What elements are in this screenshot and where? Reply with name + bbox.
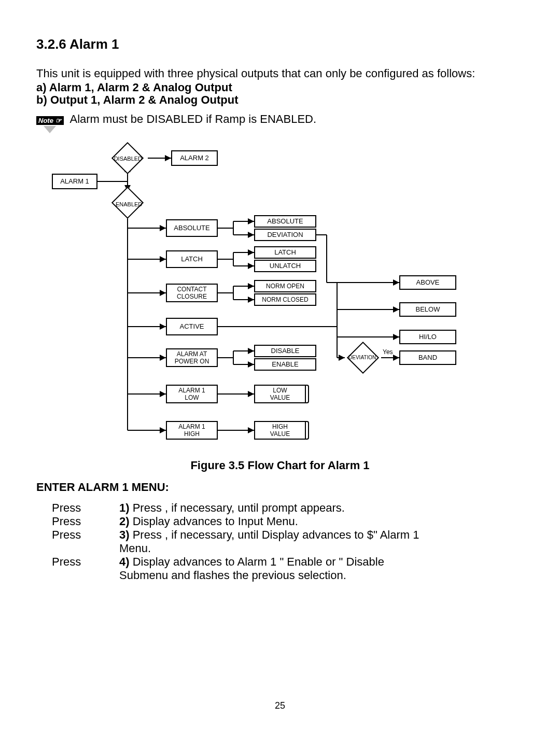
step-3a: Press , if necessary, until Display adva… bbox=[133, 528, 419, 541]
node-high-value: HIGHVALUE bbox=[254, 421, 306, 440]
intro-text: This unit is equipped with three physica… bbox=[36, 67, 524, 80]
node-alarm1-low: ALARM 1LOW bbox=[166, 385, 218, 403]
node-enabled: ENABLED bbox=[111, 187, 144, 219]
node-above: ABOVE bbox=[399, 275, 456, 290]
page-container: 3.2.6 Alarm 1 This unit is equipped with… bbox=[0, 0, 560, 732]
node-norm-open: NORM OPEN bbox=[254, 280, 316, 292]
node-absolute2: ABSOLUTE bbox=[254, 215, 316, 228]
figure-caption: Figure 3.5 Flow Chart for Alarm 1 bbox=[36, 459, 524, 472]
option-b: b) Output 1, Alarm 2 & Analog Output bbox=[36, 94, 524, 106]
node-contact-closure: CONTACTCLOSURE bbox=[166, 284, 218, 302]
node-absolute: ABSOLUTE bbox=[166, 219, 218, 237]
press-label: Press bbox=[52, 555, 119, 569]
step-4b: Submenu and flashes the previous selecti… bbox=[119, 569, 346, 582]
node-enable: ENABLE bbox=[254, 358, 316, 371]
step-4a: Display advances to Alarm 1 " Enable or … bbox=[133, 555, 384, 568]
node-deviation: DEVIATION bbox=[254, 229, 316, 241]
press-label: Press bbox=[52, 501, 119, 515]
node-alarm2: ALARM 2 bbox=[171, 150, 218, 166]
node-deviation-diamond: DEVIATION bbox=[347, 342, 379, 374]
node-unlatch: UNLATCH bbox=[254, 260, 316, 272]
step-3b: Menu. bbox=[119, 542, 151, 555]
note-container: Note ☞ Alarm must be DISABLED if Ramp is… bbox=[36, 112, 524, 133]
node-band: BAND bbox=[399, 350, 456, 365]
option-a: a) Alarm 1, Alarm 2 & Analog Output bbox=[36, 81, 524, 94]
node-alarm1: ALARM 1 bbox=[52, 174, 97, 189]
node-below: BELOW bbox=[399, 302, 456, 317]
press-label: Press bbox=[52, 515, 119, 528]
node-alarm1-high: ALARM 1HIGH bbox=[166, 421, 218, 440]
node-disable: DISABLE bbox=[254, 345, 316, 357]
flowchart-figure: ALARM 1 DISABLED ENABLED ALARM 2 ABSOLUT… bbox=[47, 143, 513, 454]
node-latch: LATCH bbox=[166, 250, 218, 268]
steps-list: Press 1) Press , if necessary, until pro… bbox=[52, 501, 524, 582]
node-alarm-at-power-on: ALARM ATPOWER ON bbox=[166, 348, 218, 367]
step-1: Press , if necessary, until prompt appea… bbox=[133, 501, 345, 514]
yes-label: Yes bbox=[383, 348, 393, 356]
options-list: a) Alarm 1, Alarm 2 & Analog Output b) O… bbox=[36, 81, 524, 106]
section-heading: 3.2.6 Alarm 1 bbox=[36, 36, 524, 52]
node-latch2: LATCH bbox=[254, 246, 316, 259]
note-icon: Note ☞ bbox=[36, 112, 64, 133]
note-text: Alarm must be DISABLED if Ramp is ENABLE… bbox=[70, 112, 317, 126]
note-badge-label: Note ☞ bbox=[36, 116, 64, 125]
node-hilo: HI/LO bbox=[399, 330, 456, 344]
enter-alarm1-heading: ENTER ALARM 1 MENU: bbox=[36, 481, 524, 494]
node-disabled: DISABLED bbox=[111, 142, 144, 174]
page-number: 25 bbox=[0, 700, 560, 711]
node-active: ACTIVE bbox=[166, 318, 218, 335]
node-low-value: LOWVALUE bbox=[254, 385, 306, 403]
step-2: Display advances to Input Menu. bbox=[133, 515, 298, 528]
node-norm-closed: NORM CLOSED bbox=[254, 293, 316, 306]
press-label: Press bbox=[52, 528, 119, 542]
